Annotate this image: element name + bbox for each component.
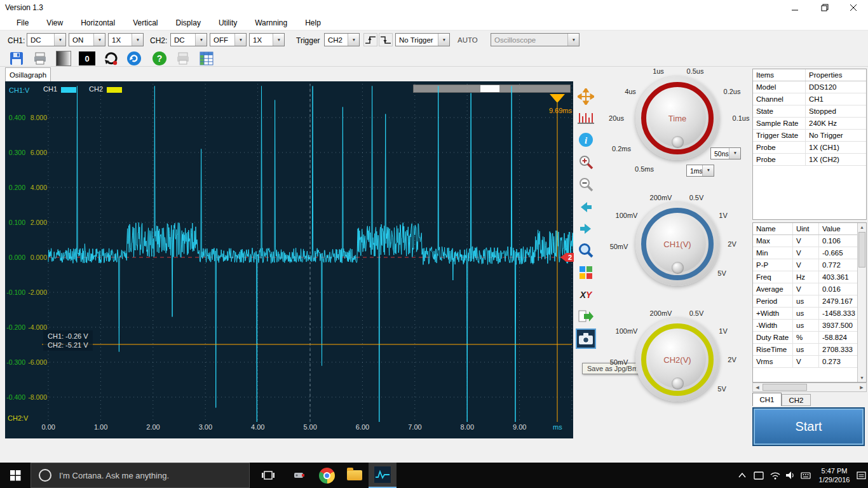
trigger-flag[interactable]: 2 — [560, 253, 574, 262]
time-knob[interactable]: Time — [635, 76, 719, 160]
ch2-coupling-select[interactable]: DC — [170, 33, 207, 46]
undo-view-button[interactable] — [576, 197, 596, 217]
measurements-horizontal-scrollbar[interactable]: ◀ ▶ — [752, 383, 867, 392]
tray-show-hidden-icons[interactable] — [736, 463, 749, 488]
pan-button[interactable] — [576, 86, 596, 107]
color-settings-button[interactable] — [576, 262, 596, 283]
measurement-row: Duty Rate % -58.824 — [753, 332, 857, 344]
refresh-button[interactable] — [125, 51, 143, 66]
trigger-source-select[interactable]: CH2 — [324, 33, 360, 46]
menu-item[interactable]: File — [8, 18, 37, 27]
property-value: Stopped — [806, 105, 866, 117]
oscilloscope-app-icon — [374, 466, 391, 484]
ch2-on-select[interactable]: OFF — [210, 33, 247, 46]
device-select: Oscilloscope — [491, 33, 580, 46]
action-center-button[interactable] — [854, 463, 868, 488]
scroll-left-arrow[interactable]: ◀ — [753, 383, 762, 391]
taskbar-app-oscilloscope[interactable] — [369, 463, 397, 488]
info-button[interactable]: i — [576, 130, 596, 150]
ch2-probe-select[interactable]: 1X — [249, 33, 285, 46]
zoom-out-button[interactable] — [576, 174, 596, 194]
menu-item[interactable]: Help — [296, 18, 330, 27]
property-name: State — [753, 105, 806, 117]
scroll-up-arrow[interactable]: ▲ — [858, 223, 866, 231]
print-preview-button[interactable] — [174, 51, 192, 66]
tray-pc-status[interactable] — [751, 463, 766, 488]
ch1-probe-select[interactable]: 1X — [108, 33, 144, 46]
start-button-label: Start — [795, 419, 822, 434]
menu-item[interactable]: Utility — [210, 18, 246, 27]
data-table-button[interactable] — [198, 51, 215, 66]
menu-item[interactable]: View — [37, 18, 72, 27]
trigger-mode-select[interactable]: No Trigger — [395, 33, 450, 46]
ch2-volts-knob[interactable]: CH2(V) — [635, 318, 719, 402]
record-button[interactable] — [102, 51, 119, 66]
menu-item[interactable]: Vertical — [124, 18, 166, 27]
tray-network[interactable] — [768, 463, 783, 488]
y-axis-label: -0.400 — [5, 380, 25, 415]
close-button[interactable] — [839, 0, 868, 15]
cursor-measure-button[interactable] — [576, 108, 596, 128]
tray-volume[interactable] — [783, 463, 798, 488]
taskbar-app-device[interactable] — [285, 463, 313, 488]
tab-ch1[interactable]: CH1 — [752, 393, 782, 406]
save-button[interactable] — [8, 51, 25, 66]
auto-button[interactable]: AUTO — [458, 36, 478, 44]
properties-panel: Items Properties Model DDS120 Channel CH… — [752, 69, 867, 220]
scrollbar-thumb[interactable] — [763, 384, 807, 391]
minimize-button[interactable] — [781, 0, 810, 15]
scroll-right-arrow[interactable]: ▶ — [857, 383, 866, 391]
menu-item[interactable]: Warnning — [246, 18, 296, 27]
measurement-row: RiseTime us 2708.333 — [753, 344, 857, 356]
redo-view-button[interactable] — [576, 219, 596, 239]
chevron-down-icon — [93, 34, 105, 46]
taskbar-app-explorer[interactable] — [341, 463, 369, 488]
task-view-button[interactable] — [254, 463, 282, 488]
tray-keyboard[interactable] — [798, 463, 813, 488]
zoom-window-button[interactable] — [576, 240, 596, 261]
timebase-select[interactable]: 1ms — [686, 165, 714, 177]
x-axis-label: 2.00 — [127, 423, 179, 431]
ch1-volts-knob[interactable]: CH1(V) — [635, 202, 719, 286]
taskbar-app-chrome[interactable] — [313, 463, 341, 488]
time-cursor-marker[interactable] — [550, 94, 565, 103]
properties-row: State Stopped — [753, 105, 866, 118]
ch1-scale-label: 0.5V — [684, 194, 709, 201]
ch2-scale-label: 50mV — [605, 358, 633, 366]
help-button[interactable]: ? — [151, 51, 168, 66]
tray-clock[interactable]: 5:47 PM 1/29/2016 — [815, 463, 854, 488]
menu-item[interactable]: Horizontal — [72, 18, 124, 27]
measurements-vertical-scrollbar[interactable]: ▲ ▼ — [857, 223, 866, 382]
measurement-value: 2479.167 — [819, 295, 857, 307]
xy-mode-button[interactable]: XY — [576, 285, 596, 305]
device-select-value: Oscilloscope — [494, 36, 536, 44]
start-menu-button[interactable] — [0, 463, 31, 488]
scroll-down-arrow[interactable]: ▼ — [858, 374, 866, 382]
export-data-button[interactable] — [576, 306, 596, 327]
zoom-in-button[interactable] — [576, 152, 596, 172]
rising-edge-button[interactable] — [363, 33, 377, 46]
tab-oscillograph[interactable]: Osillagraph — [5, 67, 51, 81]
intensity-button[interactable] — [55, 51, 72, 66]
falling-edge-button[interactable] — [379, 33, 393, 46]
x-axis-label: 7.00 — [389, 423, 441, 431]
properties-row: Probe 1X (CH1) — [753, 142, 866, 154]
ch1-coupling-value: DC — [31, 36, 41, 44]
timebase-fast-select[interactable]: 50ns — [710, 147, 741, 159]
start-button[interactable]: Start — [752, 407, 865, 446]
menu-item[interactable]: Display — [167, 18, 210, 27]
ch1-coupling-select[interactable]: DC — [27, 33, 66, 46]
scrollbar-thumb[interactable] — [858, 232, 865, 268]
screenshot-button[interactable] — [576, 329, 596, 349]
measurement-unit: V — [793, 356, 819, 367]
cortana-search-box[interactable]: I'm Cortana. Ask me anything. — [31, 463, 250, 488]
tab-ch2[interactable]: CH2 — [782, 394, 811, 406]
ch1-on-select[interactable]: ON — [69, 33, 105, 46]
restore-button[interactable] — [810, 0, 839, 15]
print-button[interactable] — [31, 51, 49, 66]
record-count-box[interactable]: 0 — [78, 51, 96, 66]
measurement-value: 0.273 — [819, 356, 857, 367]
time-knob-label: Time — [668, 114, 686, 123]
zoom-in-icon — [578, 154, 594, 170]
measurement-unit: us — [793, 320, 819, 331]
